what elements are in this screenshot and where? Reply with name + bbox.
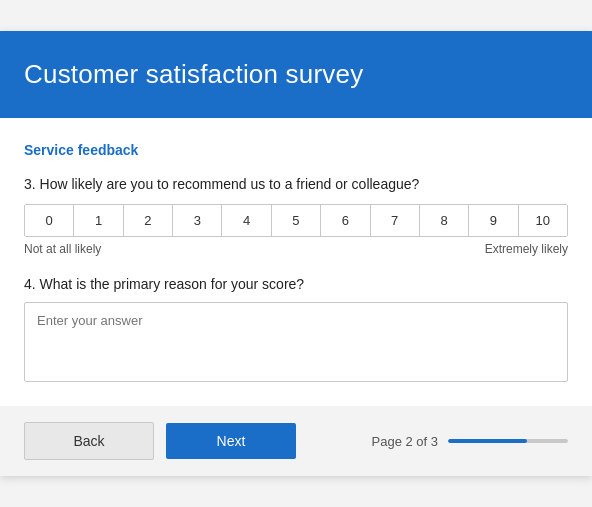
likert-scale: 012345678910 — [24, 204, 568, 237]
likert-label-low: Not at all likely — [24, 242, 101, 256]
survey-title: Customer satisfaction survey — [24, 59, 568, 90]
likert-wrapper: 012345678910 Not at all likely Extremely… — [24, 204, 568, 256]
question-3-label: 3. How likely are you to recommend us to… — [24, 176, 568, 192]
likert-cell[interactable]: 3 — [173, 205, 222, 236]
likert-cell[interactable]: 6 — [321, 205, 370, 236]
likert-cell[interactable]: 10 — [519, 205, 567, 236]
back-button[interactable]: Back — [24, 422, 154, 460]
survey-footer: Back Next Page 2 of 3 — [0, 406, 592, 476]
answer-textarea[interactable] — [24, 302, 568, 382]
likert-cell[interactable]: 4 — [222, 205, 271, 236]
page-label: Page 2 of 3 — [372, 434, 439, 449]
likert-cell[interactable]: 5 — [272, 205, 321, 236]
survey-body: Service feedback 3. How likely are you t… — [0, 118, 592, 386]
progress-bar-background — [448, 439, 568, 443]
likert-labels: Not at all likely Extremely likely — [24, 242, 568, 256]
section-title: Service feedback — [24, 142, 568, 158]
page-indicator: Page 2 of 3 — [308, 434, 568, 449]
likert-cell[interactable]: 8 — [420, 205, 469, 236]
progress-bar-fill — [448, 439, 527, 443]
likert-cell[interactable]: 2 — [124, 205, 173, 236]
likert-cell[interactable]: 9 — [469, 205, 518, 236]
likert-cell[interactable]: 7 — [371, 205, 420, 236]
survey-container: Customer satisfaction survey Service fee… — [0, 31, 592, 476]
survey-header: Customer satisfaction survey — [0, 31, 592, 118]
likert-label-high: Extremely likely — [485, 242, 568, 256]
likert-cell[interactable]: 1 — [74, 205, 123, 236]
likert-cell[interactable]: 0 — [25, 205, 74, 236]
next-button[interactable]: Next — [166, 423, 296, 459]
question-4-label: 4. What is the primary reason for your s… — [24, 276, 568, 292]
